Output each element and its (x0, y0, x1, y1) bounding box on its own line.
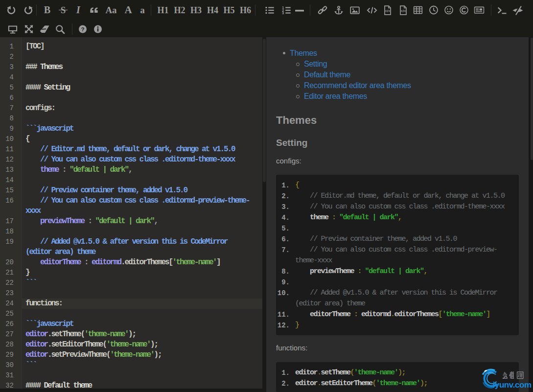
svg-text:3: 3 (282, 11, 284, 15)
svg-text:iyunv.com: iyunv.com (493, 380, 532, 390)
svg-text:?: ? (81, 26, 84, 32)
